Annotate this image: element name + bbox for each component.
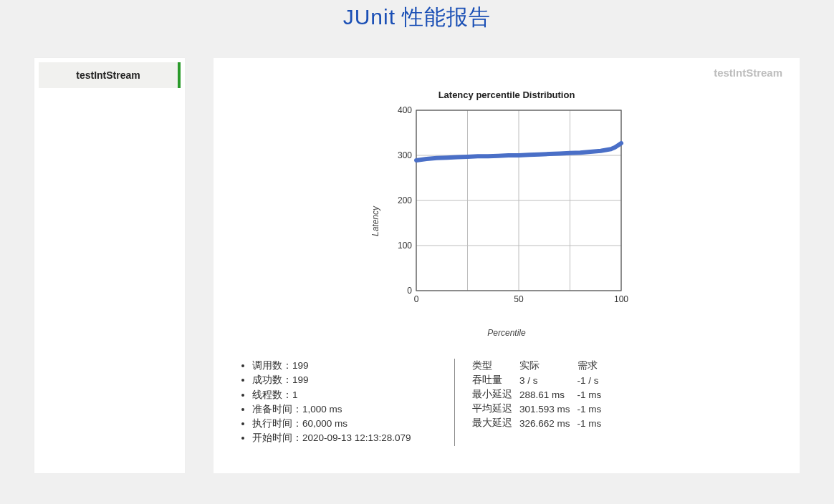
table-cell: -1 ms (577, 387, 609, 402)
list-item: 执行时间：60,000 ms (252, 417, 437, 431)
table-row: 类型 实际 需求 (472, 359, 608, 373)
sidebar: testIntStream (34, 58, 185, 473)
body-row: testIntStream testIntStream Latency perc… (0, 44, 834, 473)
summary-label: 调用数： (252, 360, 292, 371)
requirements-table: 类型 实际 需求 吞吐量 3 / s -1 / s 最小延迟 288.61 ms… (472, 359, 608, 430)
table-header: 需求 (577, 359, 609, 373)
summary-label: 准备时间： (252, 404, 302, 415)
list-item: 开始时间：2020-09-13 12:13:28.079 (252, 431, 437, 445)
summary-value: 1,000 ms (302, 404, 342, 415)
main-panel: testIntStream Latency percentile Distrib… (214, 58, 800, 473)
requirements-table-wrap: 类型 实际 需求 吞吐量 3 / s -1 / s 最小延迟 288.61 ms… (472, 359, 608, 446)
stats-row: 调用数：199 成功数：199 线程数：1 准备时间：1,000 ms 执行时间… (231, 359, 782, 446)
table-row: 最小延迟 288.61 ms -1 ms (472, 387, 608, 402)
summary-label: 线程数： (252, 389, 292, 400)
table-row: 最大延迟 326.662 ms -1 ms (472, 416, 608, 430)
svg-text:0: 0 (414, 294, 419, 304)
table-cell: -1 / s (577, 373, 609, 387)
summary-label: 执行时间： (252, 418, 302, 429)
table-cell: 平均延迟 (472, 402, 519, 416)
svg-text:300: 300 (398, 150, 412, 160)
page-header: JUnit 性能报告 (0, 0, 834, 44)
table-row: 吞吐量 3 / s -1 / s (472, 373, 608, 387)
list-item: 调用数：199 (252, 359, 437, 373)
table-header: 实际 (519, 359, 577, 373)
summary-value: 199 (292, 360, 309, 371)
table-cell: 最大延迟 (472, 416, 519, 430)
svg-text:100: 100 (398, 241, 412, 251)
list-item: 线程数：1 (252, 388, 437, 402)
summary-value: 60,000 ms (302, 418, 348, 429)
chart-title: Latency percentile Distribution (231, 89, 782, 100)
summary-value: 2020-09-13 12:13:28.079 (302, 432, 411, 443)
table-header: 类型 (472, 359, 519, 373)
table-cell: 吞吐量 (472, 373, 519, 387)
table-cell: 最小延迟 (472, 387, 519, 402)
table-cell: 326.662 ms (519, 416, 577, 430)
svg-text:0: 0 (407, 286, 412, 296)
page-title: JUnit 性能报告 (0, 3, 834, 32)
summary-list: 调用数：199 成功数：199 线程数：1 准备时间：1,000 ms 执行时间… (236, 359, 437, 446)
sidebar-item-testintstream[interactable]: testIntStream (39, 62, 181, 88)
summary-label: 成功数： (252, 374, 292, 385)
list-item: 成功数：199 (252, 373, 437, 387)
table-row: 平均延迟 301.593 ms -1 ms (472, 402, 608, 416)
summary-value: 199 (292, 374, 309, 385)
svg-text:200: 200 (398, 195, 412, 205)
svg-text:100: 100 (614, 294, 628, 304)
table-cell: -1 ms (577, 416, 609, 430)
latency-percentile-chart: 0100200300400050100 (385, 105, 628, 312)
summary-label: 开始时间： (252, 432, 302, 443)
y-axis-label: Latency (370, 206, 380, 236)
svg-text:50: 50 (514, 294, 524, 304)
list-item: 准备时间：1,000 ms (252, 402, 437, 417)
chart-box: Latency 0100200300400050100 Percentile (385, 105, 628, 338)
summary-value: 1 (292, 389, 298, 400)
divider (454, 359, 455, 446)
x-axis-label: Percentile (385, 328, 628, 338)
chart-wrap: Latency percentile Distribution Latency … (231, 89, 782, 339)
svg-text:400: 400 (398, 105, 412, 115)
table-cell: 3 / s (519, 373, 577, 387)
table-cell: 301.593 ms (519, 402, 577, 416)
table-cell: -1 ms (577, 402, 609, 416)
test-name-label: testIntStream (714, 67, 782, 79)
table-cell: 288.61 ms (519, 387, 577, 402)
